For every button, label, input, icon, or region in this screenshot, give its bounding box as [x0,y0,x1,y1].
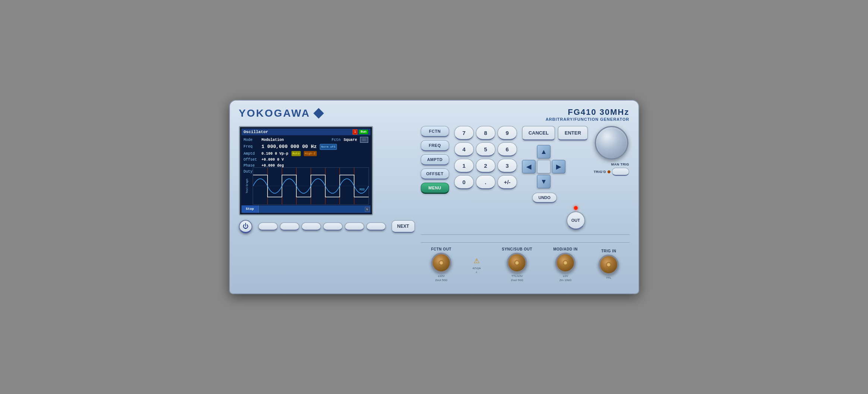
waveform-svg: MOD [253,168,369,204]
text-label: Text [246,187,249,193]
arrow-up-button[interactable]: ▲ [537,145,550,158]
pad-and-undo: ▲ ◀ ▶ [522,145,567,203]
mode-value: Modulation [262,137,284,143]
fctn-button[interactable]: FCTN [421,126,449,137]
softkey-3[interactable] [302,223,321,231]
trig-button[interactable] [612,168,629,176]
menu-button[interactable]: MENU [421,183,449,194]
man-trig-label: MAN TRIG [611,163,629,166]
screen-status: Stop N [242,205,370,213]
amptd-row: Amptd 0.100 0 Vp-p Auto High-Z [244,151,368,157]
key-5[interactable]: 5 [476,142,495,157]
sync-sub-out-label: SYNC/SUB OUT [502,247,533,251]
status-stop: Stop [242,205,259,213]
key-2[interactable]: 2 [476,159,495,173]
connector-trig-in: TRIG IN TTL [599,249,619,280]
trigD-label: TRIG'D [594,170,606,174]
model-info: FG410 30MHz ARBITRARY/FUNCTION GENERATOR [546,107,629,122]
action-and-knob: CANCEL ENTER ▲ [522,126,629,203]
instrument-body: YOKOGAWA FG410 30MHz ARBITRARY/FUNCTION … [229,100,639,294]
connector-warning: ⚠ 42Vpk⏚ [473,255,481,274]
model-title: FG410 30MHz [546,107,629,117]
fctn-label: Fctn [332,137,341,143]
key-dot[interactable]: . [476,175,495,189]
connector-mod-add-in: MOD/ADD IN ±1VZin 10kΩ [553,247,578,282]
next-button[interactable]: NEXT [392,220,415,233]
key-1[interactable]: 1 [454,159,474,173]
offset-value: +0.000 0 V [262,157,284,163]
softkey-4[interactable] [323,223,343,231]
out-trig-row: OUT [522,206,629,230]
key-6[interactable]: 6 [498,142,517,157]
display-screen: Oscillator 1 Run Mode Modulation Fctn [242,129,370,213]
amptd-button[interactable]: AMPTD [421,154,449,166]
bottom-row: ⏻ NEXT [239,220,415,233]
bnc-trig-in [599,255,619,275]
bnc-center-2 [514,260,520,265]
main-panel: Oscillator 1 Run Mode Modulation Fctn [239,126,629,282]
display-container: Oscillator 1 Run Mode Modulation Fctn [239,126,373,215]
key-8[interactable]: 8 [476,126,495,140]
freq-button[interactable]: FREQ [421,140,449,151]
softkey-5[interactable] [345,223,364,231]
trig-in-label: TRIG IN [601,249,616,253]
freq-badge: Norm ±FS [320,144,337,150]
connector-fctn-out: FCTN OUT ±10VZout 50Ω [431,247,452,282]
key-3[interactable]: 3 [498,159,517,173]
undo-button[interactable]: UNDO [532,193,557,203]
controls-row: FCTN FREQ AMPTD OFFSET MENU 7 8 9 4 5 6 [421,126,629,230]
enter-button[interactable]: ENTER [558,126,588,141]
softkey-6[interactable] [366,223,386,231]
arrow-down-button[interactable]: ▼ [537,175,550,188]
offset-label: Offset [244,157,259,163]
fctn-out-label: FCTN OUT [431,247,452,251]
amptd-label: Amptd [244,151,259,157]
svg-text:MOD: MOD [359,188,364,191]
softkey-1[interactable] [258,223,278,231]
freq-value: 1 000,000 000 00 Hz [262,143,317,151]
arrow-left-button[interactable]: ◀ [522,160,536,173]
waveform-area: MOD [253,167,369,205]
key-plusminus[interactable]: +/- [498,175,517,189]
status-n-badge: N [365,207,370,212]
out-led [574,206,578,210]
fctn-value: Square [344,137,357,143]
softkey-2[interactable] [280,223,299,231]
divider [421,234,629,235]
key-4[interactable]: 4 [454,142,474,157]
top-right-area: CANCEL ENTER ▲ [522,126,629,230]
connectors-section: FCTN OUT ±10VZout 50Ω ⚠ 42Vpk⏚ SYNC/SUB … [421,242,629,282]
arrow-right-button[interactable]: ▶ [552,160,565,173]
bnc-center-4 [606,262,611,267]
warning-sublabel: 42Vpk⏚ [473,267,481,274]
power-button[interactable]: ⏻ [239,220,252,233]
nav-pad: ▲ ◀ ▶ [522,145,567,190]
left-section: Oscillator 1 Run Mode Modulation Fctn [239,126,415,233]
bnc-sync-sub-out [507,253,527,273]
brand-name: YOKOGAWA [239,107,310,119]
mod-add-in-label: MOD/ADD IN [553,247,578,251]
offset-button[interactable]: OFFSET [421,168,449,180]
trig-section: MAN TRIG TRIG'D [594,163,629,176]
right-section: FCTN FREQ AMPTD OFFSET MENU 7 8 9 4 5 6 [421,126,629,282]
nav-buttons-col: FCTN FREQ AMPTD OFFSET MENU [421,126,449,194]
connector-sync-sub-out: SYNC/SUB OUT TTL/±3VZout 50Ω [502,247,533,282]
out-button[interactable]: OUT [566,211,585,230]
trig-led-row: TRIG'D [594,168,629,176]
brand-diamond-icon [313,108,323,119]
trig-led [607,170,610,173]
bnc-center [439,260,444,265]
numpad: 7 8 9 4 5 6 1 2 3 0 . +/- [454,126,517,189]
numpad-area: 7 8 9 4 5 6 1 2 3 0 . +/- [454,126,517,189]
offset-row: Offset +0.000 0 V [244,157,368,163]
bnc-center-3 [563,260,568,265]
freq-row: Freq 1 000,000 000 00 Hz Norm ±FS [244,143,368,151]
screen-title: Oscillator [244,130,268,134]
mode-row: Mode Modulation Fctn Square □□ [244,137,368,143]
cancel-button[interactable]: CANCEL [522,126,555,141]
fctn-badge: □□ [360,137,368,143]
key-0[interactable]: 0 [454,175,474,189]
key-7[interactable]: 7 [454,126,474,140]
key-9[interactable]: 9 [498,126,517,140]
rotary-knob[interactable] [595,126,628,160]
